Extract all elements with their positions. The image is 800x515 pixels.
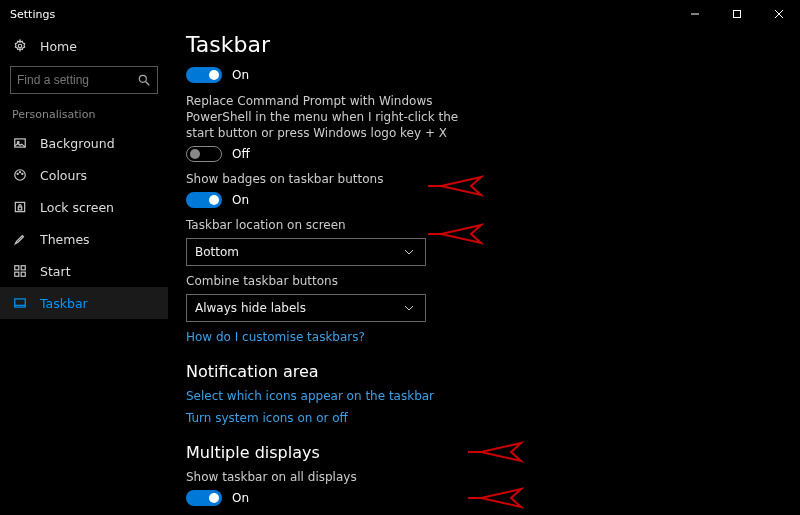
- combine-label: Combine taskbar buttons: [186, 274, 800, 288]
- toggle-row-powershell: Off: [186, 146, 800, 162]
- sidebar-item-label: Lock screen: [40, 200, 114, 215]
- chevron-down-icon: [401, 244, 417, 260]
- lock-icon: [12, 199, 28, 215]
- sidebar-section-label: Personalisation: [0, 104, 168, 127]
- brush-icon: [12, 231, 28, 247]
- svg-point-5: [139, 75, 146, 82]
- svg-point-12: [22, 173, 23, 174]
- search-icon: [137, 72, 151, 88]
- sidebar-item-label: Themes: [40, 232, 90, 247]
- svg-rect-18: [21, 272, 25, 276]
- select-value: Always hide labels: [195, 301, 306, 315]
- gear-icon: [12, 38, 28, 54]
- select-icons-link[interactable]: Select which icons appear on the taskbar: [186, 389, 800, 403]
- toggle-row-first: On: [186, 67, 800, 83]
- palette-icon: [12, 167, 28, 183]
- search-input[interactable]: [17, 73, 137, 87]
- toggle-label: On: [232, 491, 249, 505]
- svg-point-11: [19, 172, 20, 173]
- taskbar-location-label: Taskbar location on screen: [186, 218, 800, 232]
- notification-heading: Notification area: [186, 362, 800, 381]
- customise-link[interactable]: How do I customise taskbars?: [186, 330, 800, 344]
- toggle-powershell[interactable]: [186, 146, 222, 162]
- main-content: Taskbar On Replace Command Prompt with W…: [168, 28, 800, 515]
- svg-rect-1: [734, 11, 741, 18]
- picture-icon: [12, 135, 28, 151]
- page-title: Taskbar: [186, 32, 800, 57]
- window-controls: [674, 0, 800, 28]
- sidebar-item-label: Start: [40, 264, 71, 279]
- window-title: Settings: [10, 8, 55, 21]
- sidebar-item-themes[interactable]: Themes: [0, 223, 168, 255]
- home-label: Home: [40, 39, 77, 54]
- minimize-button[interactable]: [674, 0, 716, 28]
- svg-rect-16: [21, 266, 25, 270]
- toggle-label: Off: [232, 147, 250, 161]
- show-all-displays-label: Show taskbar on all displays: [186, 470, 800, 484]
- home-button[interactable]: Home: [0, 32, 168, 60]
- system-icons-link[interactable]: Turn system icons on or off: [186, 411, 800, 425]
- select-value: Bottom: [195, 245, 239, 259]
- sidebar-item-label: Taskbar: [40, 296, 88, 311]
- sidebar-item-label: Background: [40, 136, 115, 151]
- svg-line-6: [146, 82, 150, 86]
- svg-rect-15: [15, 266, 19, 270]
- taskbar-location-select[interactable]: Bottom: [186, 238, 426, 266]
- taskbar-icon: [12, 295, 28, 311]
- sidebar: Home Personalisation Background Colours: [0, 28, 168, 515]
- svg-rect-17: [15, 272, 19, 276]
- svg-point-4: [18, 44, 22, 48]
- toggle-label: On: [232, 193, 249, 207]
- sidebar-item-lockscreen[interactable]: Lock screen: [0, 191, 168, 223]
- sidebar-item-taskbar[interactable]: Taskbar: [0, 287, 168, 319]
- sidebar-item-colours[interactable]: Colours: [0, 159, 168, 191]
- svg-point-10: [17, 173, 18, 174]
- toggle-alldisplays[interactable]: [186, 490, 222, 506]
- svg-rect-14: [18, 207, 22, 210]
- toggle-row-badges: On: [186, 192, 800, 208]
- badges-label: Show badges on taskbar buttons: [186, 172, 800, 186]
- combine-select[interactable]: Always hide labels: [186, 294, 426, 322]
- sidebar-item-background[interactable]: Background: [0, 127, 168, 159]
- toggle-badges[interactable]: [186, 192, 222, 208]
- toggle-label: On: [232, 68, 249, 82]
- toggle-row-alldisplays: On: [186, 490, 800, 506]
- close-button[interactable]: [758, 0, 800, 28]
- maximize-button[interactable]: [716, 0, 758, 28]
- chevron-down-icon: [401, 300, 417, 316]
- multiple-displays-heading: Multiple displays: [186, 443, 800, 462]
- titlebar: Settings: [0, 0, 800, 28]
- sidebar-item-label: Colours: [40, 168, 87, 183]
- search-box[interactable]: [10, 66, 158, 94]
- powershell-description: Replace Command Prompt with Windows Powe…: [186, 93, 476, 142]
- grid-icon: [12, 263, 28, 279]
- toggle-first[interactable]: [186, 67, 222, 83]
- sidebar-item-start[interactable]: Start: [0, 255, 168, 287]
